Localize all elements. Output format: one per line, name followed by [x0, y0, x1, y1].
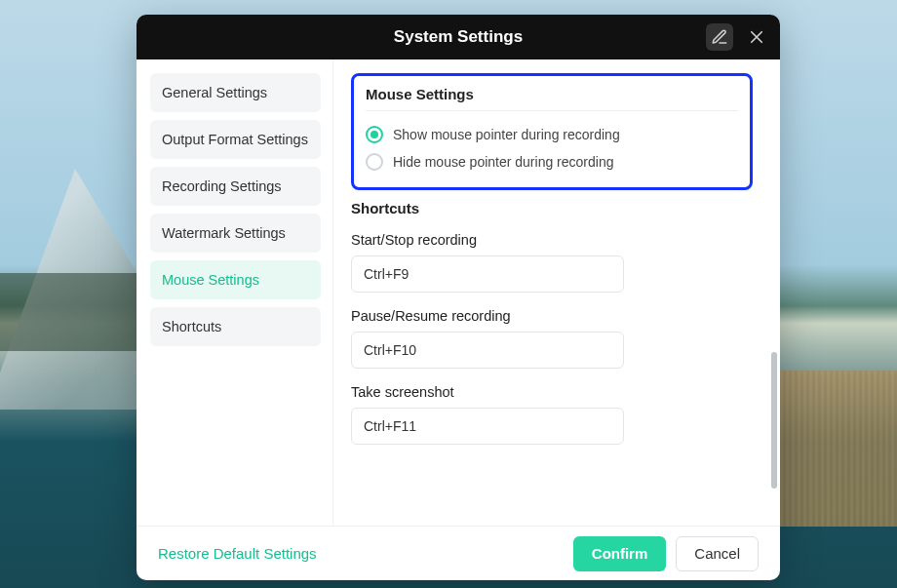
content-area: Mouse Settings Show mouse pointer during…: [333, 59, 780, 526]
shortcut-screenshot-label: Take screenshot: [351, 384, 753, 400]
shortcut-pause-input[interactable]: Ctrl+F10: [351, 332, 624, 369]
mouse-settings-section: Mouse Settings Show mouse pointer during…: [351, 73, 753, 190]
sidebar-item-general[interactable]: General Settings: [150, 73, 321, 112]
edit-icon[interactable]: [706, 23, 733, 51]
radio-icon: [366, 126, 383, 143]
confirm-button[interactable]: Confirm: [573, 536, 667, 571]
shortcut-startstop-label: Start/Stop recording: [351, 232, 753, 248]
restore-defaults-link[interactable]: Restore Default Settings: [158, 545, 317, 562]
radio-label: Hide mouse pointer during recording: [393, 154, 613, 170]
cancel-button[interactable]: Cancel: [676, 536, 759, 571]
sidebar-item-mouse[interactable]: Mouse Settings: [150, 260, 321, 299]
radio-label: Show mouse pointer during recording: [393, 127, 620, 142]
sidebar-item-recording[interactable]: Recording Settings: [150, 167, 321, 206]
radio-show-pointer[interactable]: Show mouse pointer during recording: [366, 121, 738, 148]
dialog-body: General Settings Output Format Settings …: [136, 59, 780, 526]
shortcuts-title: Shortcuts: [351, 200, 753, 216]
sidebar-item-output-format[interactable]: Output Format Settings: [150, 120, 321, 159]
shortcut-screenshot-input[interactable]: Ctrl+F11: [351, 408, 624, 445]
close-icon[interactable]: [743, 23, 770, 51]
dialog-footer: Restore Default Settings Confirm Cancel: [136, 526, 780, 580]
sidebar-item-shortcuts[interactable]: Shortcuts: [150, 307, 321, 346]
shortcut-pause-label: Pause/Resume recording: [351, 308, 753, 324]
titlebar-actions: [706, 15, 770, 59]
radio-icon: [366, 153, 383, 171]
mouse-settings-title: Mouse Settings: [366, 86, 738, 111]
radio-hide-pointer[interactable]: Hide mouse pointer during recording: [366, 148, 738, 176]
titlebar: System Settings: [136, 15, 780, 59]
dialog-title: System Settings: [394, 27, 523, 47]
scrollbar-thumb[interactable]: [771, 352, 777, 489]
settings-dialog: System Settings General Settings Output …: [136, 15, 780, 580]
sidebar: General Settings Output Format Settings …: [136, 59, 333, 526]
shortcut-startstop-input[interactable]: Ctrl+F9: [351, 255, 624, 293]
sidebar-item-watermark[interactable]: Watermark Settings: [150, 214, 321, 253]
